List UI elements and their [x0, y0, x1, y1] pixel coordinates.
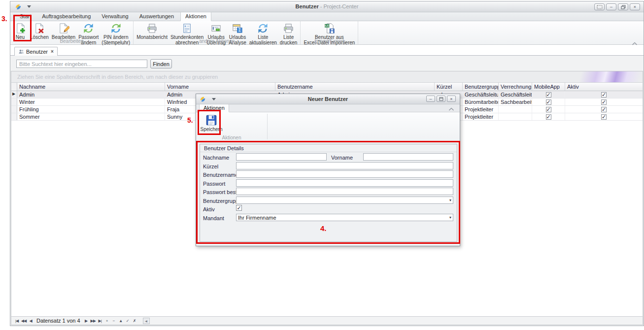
navigator-button[interactable]: −: [110, 319, 117, 323]
group-caption-import-export: Import/Export: [301, 38, 358, 44]
screen-mode-icon: [597, 5, 603, 9]
dialog-group-caption: Aktionen: [197, 135, 266, 140]
column-header[interactable]: Benutzername: [275, 83, 435, 91]
checkbox[interactable]: ✓: [601, 107, 607, 112]
checkbox-cell[interactable]: ✓: [532, 99, 565, 105]
checkbox-cell[interactable]: ✓: [532, 113, 565, 120]
navigator-button[interactable]: ▶▶: [90, 319, 97, 323]
column-header[interactable]: Verrechnungssatz...: [499, 83, 532, 91]
bearbeiten-button[interactable]: Bearbeiten: [50, 22, 77, 40]
annotation-label-5: 5.: [187, 116, 193, 124]
ribbon-collapse-button[interactable]: [632, 42, 639, 47]
window-title-separator: -: [320, 3, 322, 9]
grid-cell[interactable]: Sachbearbeiter: [499, 99, 532, 105]
search-input[interactable]: [16, 60, 147, 68]
grid-cell[interactable]: Projektleiter: [463, 106, 499, 113]
document-list-icon: [181, 22, 193, 34]
checkbox[interactable]: ✓: [601, 114, 607, 120]
loeschen-button[interactable]: Löschen: [29, 22, 50, 40]
refresh-icon: [83, 22, 94, 34]
dialog-maximize-button[interactable]: [437, 96, 445, 102]
ribbon-tab-verwaltung[interactable]: Verwaltung: [97, 12, 133, 21]
annotation-label-4: 4.: [320, 224, 327, 232]
navigator-button[interactable]: ◀◀: [20, 319, 27, 323]
ribbon-group-andere-aktionen: Monatsbericht Stundenkonten abrechnen: [134, 21, 301, 44]
window-title-document: Benutzer: [296, 3, 319, 9]
dialog-ribbon: Speichern Aktionen: [196, 112, 460, 141]
grid-cell[interactable]: Winter: [17, 99, 165, 105]
minimize-button[interactable]: –: [606, 3, 616, 10]
grid-cell[interactable]: [499, 106, 532, 113]
ribbon-tab-auftragsbearbeitung[interactable]: Auftragsbearbeitung: [37, 12, 95, 21]
checkbox-cell[interactable]: ✓: [565, 106, 643, 113]
checkbox-cell[interactable]: ✓: [532, 91, 565, 98]
group-by-panel[interactable]: Ziehen Sie eine Spaltenüberschrift in di…: [11, 71, 643, 83]
dialog-ribbon-collapse-button[interactable]: [448, 107, 455, 112]
restore-icon: [621, 5, 626, 9]
grid-cell[interactable]: Sommer: [17, 113, 165, 120]
grid-cell[interactable]: Frühling: [17, 106, 165, 113]
ribbon-tab-aktionen[interactable]: Aktionen: [180, 12, 211, 21]
restore-button[interactable]: [618, 3, 628, 10]
grid-cell[interactable]: Geschäftsleitung: [463, 91, 499, 98]
printer-icon: [283, 22, 294, 34]
column-header[interactable]: MobileApp: [532, 83, 565, 91]
column-header[interactable]: Aktiv: [565, 83, 643, 91]
navigator-button[interactable]: ✗: [131, 319, 138, 323]
row-indicator: ▶: [11, 91, 17, 98]
checkbox-cell[interactable]: ✓: [565, 99, 643, 105]
annotation-label-3: 3.: [1, 15, 7, 23]
refresh-icon: [257, 22, 269, 34]
navigator-button[interactable]: ◀: [27, 319, 34, 323]
column-header[interactable]: Vorname: [165, 83, 275, 91]
tab-close-icon[interactable]: ×: [51, 49, 54, 54]
screen-mode-button[interactable]: [594, 3, 605, 10]
grid-header: NachnameVornameBenutzernameKürzelBenutze…: [11, 83, 643, 91]
dialog-window-controls: – ×: [426, 96, 456, 102]
checkbox[interactable]: ✓: [546, 92, 551, 98]
scroll-left-button[interactable]: ◀: [143, 318, 150, 324]
chevron-up-icon: [632, 42, 638, 45]
svg-text:XLSX: XLSX: [324, 24, 331, 27]
record-count-label: Datensatz 1 von 4: [36, 318, 80, 324]
printer-icon: [146, 22, 158, 34]
checkbox[interactable]: ✓: [546, 107, 551, 112]
ribbon-group-import-export: XLSX Benutzer aus Excel-Datei importiere…: [301, 21, 358, 44]
navigator-button[interactable]: ▶: [83, 319, 90, 323]
refresh-icon: [110, 22, 122, 34]
dialog-tab-strip: Aktionen: [196, 104, 460, 112]
grid-cell[interactable]: Admin: [17, 91, 165, 98]
navigator-button[interactable]: +: [103, 319, 110, 323]
checkbox[interactable]: ✓: [546, 99, 551, 105]
navigator-button[interactable]: ▲: [117, 319, 124, 323]
close-button[interactable]: ×: [630, 3, 640, 10]
window-title-app: Project-Center: [323, 3, 358, 9]
grid-cell[interactable]: Projektleiter: [463, 113, 499, 120]
svg-text:Σ: Σ: [238, 28, 241, 33]
ribbon-tab-strip: StartAuftragsbearbeitungVerwaltungAuswer…: [10, 12, 644, 21]
ribbon-tab-auswertungen[interactable]: Auswertungen: [135, 12, 178, 21]
navigator-next-buttons: ▶▶▶▶|+−▲✓✗: [83, 319, 138, 323]
finden-button[interactable]: Finden: [150, 59, 172, 68]
title-bar: Benutzer - Project-Center – ×: [10, 1, 644, 12]
monatsbericht-button[interactable]: Monatsbericht: [135, 22, 169, 40]
grid-cell[interactable]: Büromitarbeiter: [463, 99, 499, 105]
navigator-button[interactable]: ▶|: [97, 319, 103, 323]
checkbox[interactable]: ✓: [546, 114, 551, 120]
navigator-button[interactable]: |◀: [13, 319, 20, 323]
dialog-close-button[interactable]: ×: [447, 96, 456, 102]
column-header[interactable]: Kürzel: [435, 83, 463, 91]
checkbox[interactable]: ✓: [601, 99, 607, 105]
navigator-button[interactable]: ✓: [124, 319, 131, 323]
checkbox[interactable]: ✓: [601, 92, 607, 98]
checkbox-cell[interactable]: ✓: [565, 113, 643, 120]
dialog-minimize-button[interactable]: –: [426, 96, 435, 102]
checkbox-cell[interactable]: ✓: [532, 106, 565, 113]
checkbox-cell[interactable]: ✓: [565, 91, 643, 98]
column-header[interactable]: Benutzergruppe: [463, 83, 499, 91]
grid-cell[interactable]: Geschäftsleitung: [499, 91, 532, 98]
document-tab-benutzer[interactable]: Benutzer ×: [14, 47, 58, 56]
column-header[interactable]: Nachname: [17, 83, 165, 91]
users-icon: [18, 49, 24, 55]
grid-cell[interactable]: [499, 113, 532, 120]
